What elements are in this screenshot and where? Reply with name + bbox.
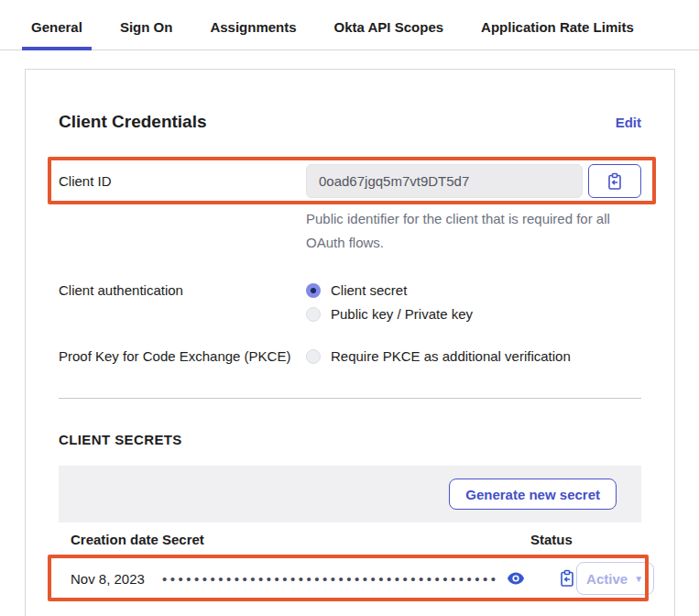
secret-table-row: Nov 8, 2023 ••••••••••••••••••••••••••••… — [59, 557, 641, 600]
tab-bar: General Sign On Assignments Okta API Sco… — [0, 11, 699, 50]
secret-status-label: Active — [586, 571, 628, 587]
checkbox-unchecked-icon[interactable] — [306, 349, 321, 364]
clipboard-icon — [558, 569, 576, 588]
generate-new-secret-button[interactable]: Generate new secret — [449, 478, 617, 510]
client-id-value[interactable]: 0oad67jgq5m7vt9DT5d7 — [306, 164, 583, 198]
section-divider — [59, 398, 641, 399]
reveal-secret-button[interactable] — [507, 571, 525, 586]
client-authentication-label: Client authentication — [59, 282, 306, 298]
radio-public-private-key-label: Public key / Private key — [331, 306, 473, 322]
header-status: Status — [529, 532, 629, 547]
general-settings-card: Client Credentials Edit Client ID 0oad67… — [25, 69, 675, 616]
edit-link[interactable]: Edit — [616, 115, 641, 130]
client-credentials-title: Client Credentials — [59, 112, 207, 132]
header-secret: Secret — [162, 532, 529, 547]
pkce-label: Proof Key for Code Exchange (PKCE) — [59, 348, 306, 364]
secrets-table-header: Creation date Secret Status — [59, 522, 641, 557]
tab-assignments[interactable]: Assignments — [201, 11, 305, 50]
copy-client-id-button[interactable] — [588, 164, 641, 198]
radio-unselected-icon[interactable] — [306, 307, 321, 322]
radio-client-secret[interactable]: Client secret — [306, 282, 473, 298]
client-secrets-toolbar: Generate new secret — [59, 466, 641, 522]
secret-status-dropdown[interactable]: Active ▼ — [576, 562, 654, 595]
pkce-checkbox-option[interactable]: Require PKCE as additional verification — [306, 348, 571, 364]
copy-secret-button[interactable] — [558, 569, 576, 588]
chevron-down-icon: ▼ — [634, 574, 643, 584]
tab-sign-on[interactable]: Sign On — [111, 11, 182, 50]
pkce-row: Proof Key for Code Exchange (PKCE) Requi… — [59, 348, 641, 364]
client-id-label: Client ID — [59, 173, 306, 189]
pkce-option-label: Require PKCE as additional verification — [331, 348, 571, 364]
header-creation-date: Creation date — [71, 532, 162, 547]
client-id-row: Client ID 0oad67jgq5m7vt9DT5d7 — [59, 164, 641, 198]
clipboard-icon — [606, 172, 624, 191]
radio-public-private-key[interactable]: Public key / Private key — [306, 306, 473, 322]
secret-creation-date: Nov 8, 2023 — [71, 571, 162, 587]
client-id-help-text: Public identifier for the client that is… — [306, 207, 614, 255]
tab-okta-api-scopes[interactable]: Okta API Scopes — [325, 11, 453, 50]
eye-icon — [507, 571, 525, 586]
client-authentication-row: Client authentication Client secret Publ… — [59, 282, 641, 322]
radio-selected-icon[interactable] — [306, 283, 321, 298]
masked-secret-value: ••••••••••••••••••••••••••••••••••••••••… — [162, 571, 499, 587]
tab-application-rate-limits[interactable]: Application Rate Limits — [472, 11, 643, 50]
tab-general[interactable]: General — [22, 11, 92, 50]
radio-client-secret-label: Client secret — [331, 282, 407, 298]
client-secrets-title: CLIENT SECRETS — [59, 432, 641, 447]
